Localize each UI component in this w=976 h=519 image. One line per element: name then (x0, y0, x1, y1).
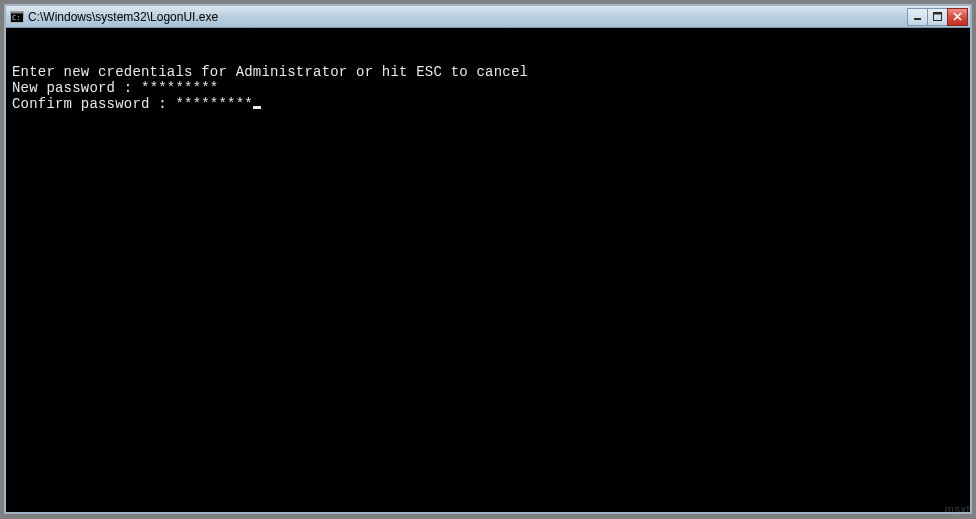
minimize-icon (913, 12, 922, 21)
close-icon (953, 12, 962, 21)
console-window: C: C:\Windows\system32\LogonUI.exe (4, 4, 972, 514)
svg-rect-3 (914, 18, 921, 20)
titlebar[interactable]: C: C:\Windows\system32\LogonUI.exe (6, 6, 970, 28)
terminal-line-1: Enter new credentials for Administrator … (12, 64, 964, 80)
maximize-button[interactable] (927, 8, 948, 26)
minimize-button[interactable] (907, 8, 928, 26)
terminal-line-3: Confirm password : ********* (12, 96, 964, 112)
window-controls (908, 8, 968, 26)
confirm-password-label: Confirm password : (12, 96, 175, 112)
svg-text:C:: C: (12, 14, 20, 22)
close-button[interactable] (947, 8, 968, 26)
window-title: C:\Windows\system32\LogonUI.exe (28, 10, 908, 24)
terminal-line-2: New password : ********* (12, 80, 964, 96)
new-password-value: ********* (141, 80, 218, 96)
maximize-icon (933, 12, 942, 21)
terminal-output[interactable]: Enter new credentials for Administrator … (6, 28, 970, 512)
cmd-icon: C: (10, 10, 24, 24)
confirm-password-value: ********* (175, 96, 252, 112)
svg-rect-5 (934, 13, 942, 15)
new-password-label: New password : (12, 80, 141, 96)
cursor (253, 106, 261, 109)
